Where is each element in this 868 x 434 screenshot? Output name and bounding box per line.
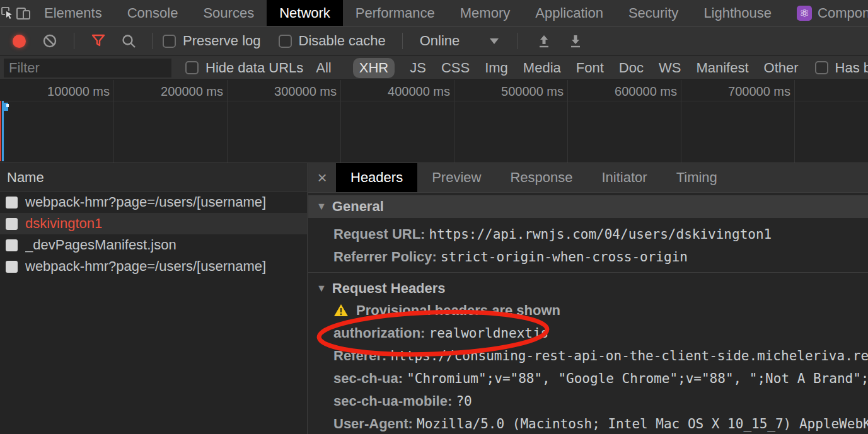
details-tab-label: Initiator xyxy=(601,169,647,186)
toolbar-divider xyxy=(74,33,74,49)
header-line: Referrer Policy: strict-origin-when-cros… xyxy=(308,246,868,268)
section-title: General xyxy=(332,198,384,215)
name-column-header[interactable]: Name xyxy=(0,163,307,191)
tab-security[interactable]: Security xyxy=(616,0,691,26)
filter-type-all[interactable]: All xyxy=(316,60,331,76)
details-tab-headers[interactable]: Headers xyxy=(336,163,417,192)
record-network-log-button[interactable] xyxy=(13,35,26,48)
filter-type-doc[interactable]: Doc xyxy=(619,60,644,76)
header-value: ?0 xyxy=(456,394,472,409)
search-button[interactable] xyxy=(121,33,137,49)
request-name: webpack-hmr?page=/users/[username] xyxy=(25,258,266,275)
tab-application[interactable]: Application xyxy=(523,0,616,26)
react-components-icon: ⚛ xyxy=(797,6,812,21)
filter-type-media[interactable]: Media xyxy=(523,60,561,76)
tab-react-components[interactable]: ⚛ Compone xyxy=(784,0,868,26)
request-row[interactable]: webpack-hmr?page=/users/[username] xyxy=(0,256,307,277)
timeline-gridline xyxy=(794,80,795,163)
timeline-tick: 200000 ms xyxy=(115,84,223,99)
tab-sources[interactable]: Sources xyxy=(190,0,267,26)
header-line: sec-ch-ua: "Chromium";v="88", "Google Ch… xyxy=(308,367,868,390)
devtools-window: Elements Console Sources Network Perform… xyxy=(0,0,868,434)
tab-memory[interactable]: Memory xyxy=(448,0,523,26)
general-section-body: Request URL: https://api.rwnjs.com/04/us… xyxy=(308,218,868,272)
toolbar-divider xyxy=(518,33,518,49)
warning-text: Provisional headers are shown xyxy=(356,302,560,318)
hide-data-urls-checkbox[interactable] xyxy=(185,61,199,74)
throttling-dropdown-caret-icon[interactable] xyxy=(490,38,499,44)
tab-label: Lighthouse xyxy=(703,5,772,21)
timeline-gridline xyxy=(340,80,341,163)
header-value: strict-origin-when-cross-origin xyxy=(441,249,688,265)
request-details-panel: × Headers Preview Response Initiator Tim… xyxy=(308,163,868,434)
tab-elements[interactable]: Elements xyxy=(32,0,115,26)
header-value: Mozilla/5.0 (Macintosh; Intel Mac OS X 1… xyxy=(417,416,868,431)
header-value: "Chromium";v="88", "Google Chrome";v="88… xyxy=(407,371,868,386)
filter-type-css[interactable]: CSS xyxy=(441,60,470,76)
details-tab-preview[interactable]: Preview xyxy=(417,163,495,192)
file-icon xyxy=(6,239,18,251)
timeline-gridline xyxy=(567,80,568,163)
tab-lighthouse[interactable]: Lighthouse xyxy=(691,0,784,26)
request-list-panel: Name webpack-hmr?page=/users/[username] … xyxy=(0,163,308,434)
network-overview-timeline[interactable]: 100000 ms 200000 ms 300000 ms 400000 ms … xyxy=(0,80,868,163)
toolbar-divider xyxy=(402,33,403,49)
inspect-element-button[interactable] xyxy=(0,0,15,26)
file-icon xyxy=(6,197,18,208)
has-blocked-cookies-label: Has blocked cookies xyxy=(835,60,868,76)
filter-toggle-button[interactable] xyxy=(91,33,106,49)
timeline-tick: 300000 ms xyxy=(228,84,337,99)
header-line: User-Agent: Mozilla/5.0 (Macintosh; Inte… xyxy=(308,413,868,434)
collapse-triangle-icon: ▼ xyxy=(316,201,327,212)
filter-input[interactable] xyxy=(4,59,171,77)
tab-console[interactable]: Console xyxy=(115,0,191,26)
details-tab-response[interactable]: Response xyxy=(495,163,587,192)
filter-type-other[interactable]: Other xyxy=(764,60,799,76)
header-line: sec-ch-ua-mobile: ?0 xyxy=(308,390,868,413)
file-icon xyxy=(6,261,18,273)
preserve-log-label: Preserve log xyxy=(183,33,261,49)
filter-type-xhr[interactable]: XHR xyxy=(353,58,395,78)
tab-label: Memory xyxy=(460,5,510,21)
request-headers-section-header[interactable]: ▼ Request Headers xyxy=(308,278,868,299)
export-har-button[interactable] xyxy=(567,33,584,49)
section-title: Request Headers xyxy=(332,280,446,297)
clear-network-log-button[interactable] xyxy=(42,33,57,49)
has-blocked-cookies-checkbox[interactable] xyxy=(815,61,828,74)
filter-type-font[interactable]: Font xyxy=(576,60,604,76)
header-name: Request URL: xyxy=(333,226,425,242)
timeline-tick: 500000 ms xyxy=(455,84,564,99)
tab-network[interactable]: Network xyxy=(267,0,343,26)
details-tab-timing[interactable]: Timing xyxy=(662,163,732,192)
filter-type-img[interactable]: Img xyxy=(485,60,508,76)
filter-type-js[interactable]: JS xyxy=(410,60,426,76)
tab-performance[interactable]: Performance xyxy=(343,0,448,26)
details-tab-label: Preview xyxy=(432,169,481,186)
collapse-triangle-icon: ▼ xyxy=(316,283,327,294)
disable-cache-checkbox[interactable] xyxy=(279,35,292,48)
filter-type-manifest[interactable]: Manifest xyxy=(696,60,748,76)
filter-type-ws[interactable]: WS xyxy=(659,60,681,76)
timeline-gridline xyxy=(681,80,681,163)
request-row[interactable]: dskivington1 xyxy=(0,213,307,234)
load-event-marker xyxy=(0,101,1,161)
tab-label: Performance xyxy=(356,5,435,21)
device-toolbar-button[interactable] xyxy=(15,0,32,26)
request-row[interactable]: webpack-hmr?page=/users/[username] xyxy=(0,191,307,213)
header-name: Referrer Policy: xyxy=(333,249,437,265)
request-row[interactable]: _devPagesManifest.json xyxy=(0,234,307,256)
hide-data-urls-label: Hide data URLs xyxy=(205,60,303,76)
inspect-cursor-icon xyxy=(0,6,15,21)
header-value: https://api.rwnjs.com/04/users/dskivingt… xyxy=(429,227,772,242)
details-tab-initiator[interactable]: Initiator xyxy=(587,163,661,192)
general-section-header[interactable]: ▼ General xyxy=(308,195,868,218)
header-name: sec-ch-ua: xyxy=(333,370,403,386)
header-line-authorization: authorization: realworldnextjs xyxy=(308,322,868,345)
close-details-button[interactable]: × xyxy=(308,163,336,192)
header-line: Referer: https://consuming-rest-api-on-t… xyxy=(308,345,868,367)
throttling-select[interactable]: Online xyxy=(420,33,460,49)
import-har-button[interactable] xyxy=(536,33,552,49)
preserve-log-checkbox[interactable] xyxy=(163,35,176,48)
timeline-separator xyxy=(0,101,868,101)
request-waterfall-dot xyxy=(6,104,9,107)
